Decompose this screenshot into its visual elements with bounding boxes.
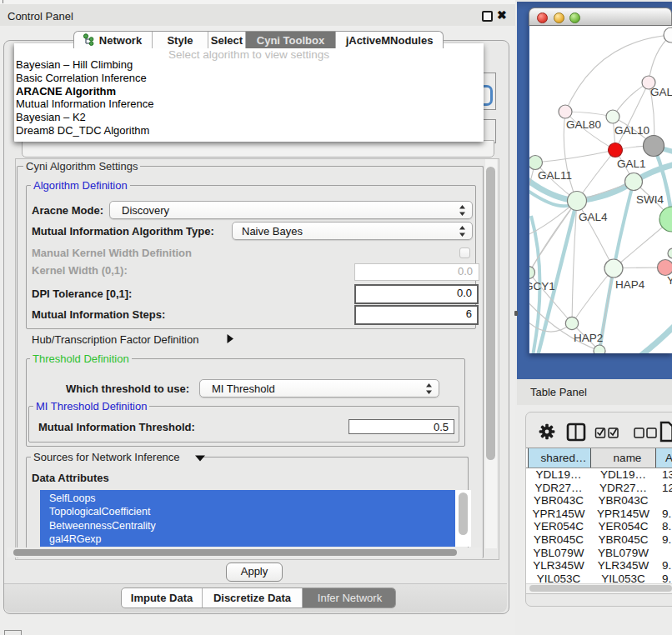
svg-text:GAL80: GAL80 [566,118,601,131]
svg-text:GAL11: GAL11 [538,169,572,182]
svg-text:HAP2: HAP2 [574,332,603,344]
svg-text:GAL1: GAL1 [617,158,646,170]
svg-text:HAP4: HAP4 [615,278,645,291]
svg-text:GCY1: GCY1 [529,280,555,292]
svg-text:GAL4: GAL4 [579,211,608,223]
svg-text:GAL10: GAL10 [614,124,649,137]
svg-text:SWI4: SWI4 [636,193,664,206]
svg-text:Y: Y [667,274,672,287]
svg-text:GAL7: GAL7 [650,86,672,98]
